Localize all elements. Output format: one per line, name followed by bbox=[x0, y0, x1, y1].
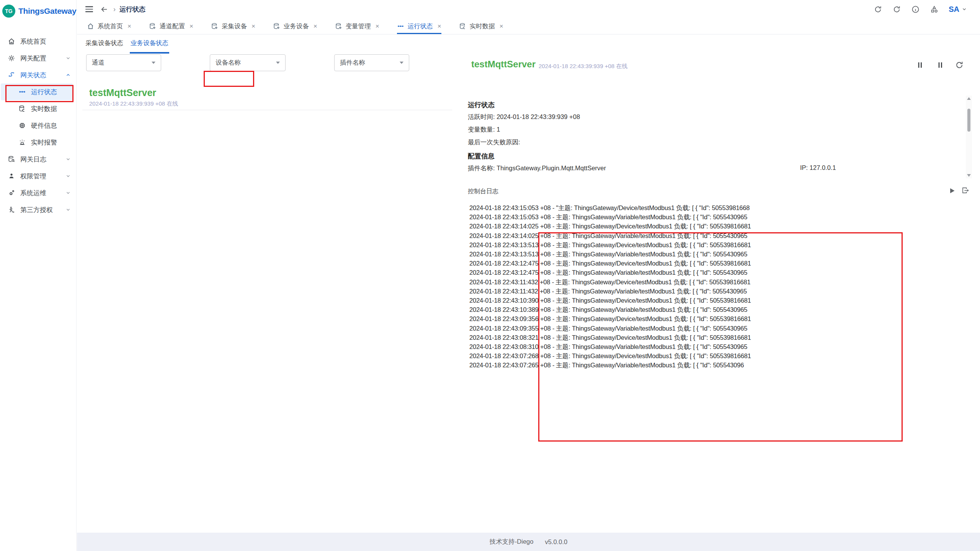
subtab-business-device-status[interactable]: 业务设备状态 bbox=[131, 39, 168, 51]
active-time-field: 活跃时间: 2024-01-18 22:43:39:939 +08 bbox=[468, 113, 580, 121]
hardware-info-icon bbox=[18, 122, 26, 129]
back-arrow-icon[interactable] bbox=[100, 5, 109, 14]
tab-label: 采集设备 bbox=[222, 22, 247, 31]
tab-variable-mgmt[interactable]: 变量管理 × bbox=[335, 18, 379, 34]
config-info-heading: 配置信息 bbox=[468, 152, 495, 161]
chevron-down-icon bbox=[65, 173, 71, 179]
scroll-up-arrow[interactable] bbox=[967, 97, 971, 100]
field-value: 127.0.0.1 bbox=[810, 164, 836, 171]
close-icon[interactable]: × bbox=[500, 23, 503, 30]
pause-icon[interactable] bbox=[915, 60, 924, 70]
console-log-output[interactable]: 2024-01-18 22:43:15:053 +08 - "主题: Thing… bbox=[461, 198, 825, 407]
log-line: 2024-01-18 22:43:12:475 +08 - 主题: Things… bbox=[469, 259, 820, 268]
sidebar-item-gateway-log[interactable]: 网关日志 bbox=[0, 151, 76, 168]
sidebar-item-label: 系统首页 bbox=[20, 37, 71, 46]
field-value: 1 bbox=[497, 126, 500, 133]
hamburger-menu-icon[interactable] bbox=[85, 6, 93, 12]
footer-support-text: 技术支持-Diego bbox=[490, 538, 534, 546]
app-title: ThingsGateway bbox=[18, 7, 76, 16]
sidebar-item-realtime-data[interactable]: 实时数据 bbox=[0, 100, 76, 117]
select-placeholder: 通道 bbox=[92, 59, 105, 67]
sidebar-item-home[interactable]: 系统首页 bbox=[0, 33, 76, 50]
log-line: 2024-01-18 22:43:11:432 +08 - 主题: Things… bbox=[469, 277, 820, 287]
tab-label: 系统首页 bbox=[98, 22, 123, 31]
realtime-alarm-icon bbox=[18, 139, 26, 146]
channel-select[interactable]: 通道 bbox=[86, 54, 161, 71]
log-line: 2024-01-18 22:43:10:389 +08 - 主题: Things… bbox=[469, 305, 820, 314]
field-value: 2024-01-18 22:43:39:939 +08 bbox=[497, 113, 580, 120]
realtime-data-icon bbox=[18, 105, 26, 112]
tab-business-device[interactable]: 业务设备 × bbox=[273, 18, 317, 34]
home-icon bbox=[8, 37, 15, 45]
tab-realtime-data[interactable]: 实时数据 × bbox=[459, 18, 503, 34]
run-status-heading: 运行状态 bbox=[468, 100, 495, 109]
shapes-icon[interactable] bbox=[930, 5, 939, 14]
sidebar-item-label: 系统运维 bbox=[20, 189, 65, 197]
divider bbox=[82, 110, 452, 110]
tab-label: 运行状态 bbox=[408, 22, 433, 31]
device-list-item-status: 2024-01-18 22:43:39:939 +08 在线 bbox=[89, 100, 178, 108]
log-line: 2024-01-18 22:43:07:265 +08 - 主题: Things… bbox=[469, 360, 820, 370]
breadcrumb-title: 运行状态 bbox=[119, 5, 145, 14]
scrollbar-thumb[interactable] bbox=[967, 109, 970, 132]
page: TG ThingsGateway 系统首页 网关配置 网关状态 运行状态 bbox=[0, 0, 980, 551]
log-line: 2024-01-18 22:43:10:390 +08 - 主题: Things… bbox=[469, 296, 820, 305]
refresh-icon[interactable] bbox=[874, 5, 882, 14]
chevron-down-icon bbox=[65, 207, 71, 212]
tab-system-home[interactable]: 系统首页 × bbox=[87, 18, 131, 34]
sidebar-item-label: 实时报警 bbox=[31, 138, 71, 147]
plugin-name-select[interactable]: 插件名称 bbox=[334, 54, 409, 71]
close-icon[interactable]: × bbox=[252, 23, 255, 30]
play-icon[interactable] bbox=[948, 187, 956, 195]
sidebar-item-third-party[interactable]: 第三方授权 bbox=[0, 201, 76, 218]
restart-icon[interactable] bbox=[955, 60, 964, 70]
sidebar-item-realtime-alarm[interactable]: 实时报警 bbox=[0, 134, 76, 151]
plugin-name-field: 插件名称: ThingsGateway.Plugin.Mqtt.MqttServ… bbox=[468, 164, 606, 173]
tab-channel-config[interactable]: 通道配置 × bbox=[149, 18, 193, 34]
field-label: 插件名称: bbox=[468, 165, 495, 171]
breadcrumb-separator: › bbox=[113, 5, 116, 13]
sidebar-item-gateway-status[interactable]: 网关状态 bbox=[0, 67, 76, 83]
device-list-item-name[interactable]: testMqttServer bbox=[89, 87, 156, 98]
sidebar-item-permission[interactable]: 权限管理 bbox=[0, 168, 76, 184]
db-gear-icon bbox=[211, 23, 218, 30]
gear-icon bbox=[8, 54, 15, 62]
topbar: › 运行状态 SA bbox=[77, 0, 980, 18]
log-line: 2024-01-18 22:43:09:356 +08 - 主题: Things… bbox=[469, 314, 820, 323]
system-ops-icon bbox=[8, 189, 15, 197]
home-icon bbox=[87, 23, 94, 30]
sidebar-item-run-status[interactable]: 运行状态 bbox=[1, 83, 73, 100]
detail-scrollbar[interactable] bbox=[966, 96, 972, 178]
field-label: 活跃时间: bbox=[468, 113, 495, 120]
export-icon[interactable] bbox=[961, 186, 969, 194]
sidebar-item-hardware-info[interactable]: 硬件信息 bbox=[0, 117, 76, 134]
caret-down-icon bbox=[152, 62, 155, 64]
user-menu[interactable]: SA bbox=[949, 5, 967, 14]
info-icon[interactable] bbox=[911, 5, 920, 14]
chevron-up-icon bbox=[65, 72, 71, 78]
close-icon[interactable]: × bbox=[314, 23, 317, 30]
tab-run-status[interactable]: 运行状态 × bbox=[397, 18, 441, 34]
tab-collect-device[interactable]: 采集设备 × bbox=[211, 18, 255, 34]
sidebar-item-label: 硬件信息 bbox=[31, 121, 71, 130]
permission-icon bbox=[8, 172, 15, 180]
sidebar-item-label: 网关状态 bbox=[20, 71, 65, 80]
close-icon[interactable]: × bbox=[189, 23, 193, 30]
subtab-collect-device-status[interactable]: 采集设备状态 bbox=[85, 39, 123, 51]
scroll-down-arrow[interactable] bbox=[967, 174, 971, 177]
restart-icon[interactable] bbox=[892, 5, 901, 14]
gateway-log-icon bbox=[8, 155, 15, 163]
device-name-select[interactable]: 设备名称 bbox=[210, 54, 286, 71]
pause-icon[interactable] bbox=[936, 60, 945, 70]
select-placeholder: 设备名称 bbox=[216, 59, 241, 67]
close-icon[interactable]: × bbox=[438, 23, 441, 30]
close-icon[interactable]: × bbox=[127, 23, 131, 30]
sidebar-item-system-ops[interactable]: 系统运维 bbox=[0, 184, 76, 201]
sidebar-item-gateway-config[interactable]: 网关配置 bbox=[0, 50, 76, 67]
close-icon[interactable]: × bbox=[376, 23, 379, 30]
console-log-title: 控制台日志 bbox=[468, 187, 498, 196]
detail-device-title: testMqttServer bbox=[471, 59, 536, 70]
sidebar-item-label: 网关日志 bbox=[20, 155, 65, 164]
sidebar-item-label: 运行状态 bbox=[31, 88, 67, 96]
user-initials: SA bbox=[949, 5, 959, 14]
